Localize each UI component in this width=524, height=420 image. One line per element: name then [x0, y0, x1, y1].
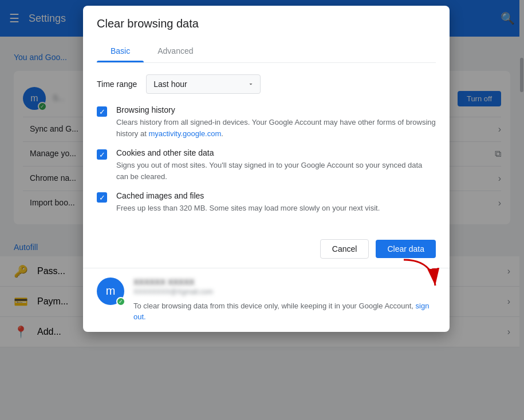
cancel-button[interactable]: Cancel: [320, 239, 369, 259]
clear-data-button[interactable]: Clear data: [376, 240, 436, 258]
browsing-history-item: ✓ Browsing history Clears history from a…: [97, 105, 436, 139]
browsing-history-checkbox[interactable]: ✓: [97, 106, 107, 117]
cookies-title: Cookies and other site data: [116, 148, 436, 157]
sign-out-text: To clear browsing data from this device …: [133, 300, 436, 323]
cookies-checkbox[interactable]: ✓: [97, 149, 107, 160]
clear-browsing-data-modal: Clear browsing data Basic Advanced Time …: [83, 6, 450, 332]
browsing-history-title: Browsing history: [116, 105, 436, 114]
browsing-history-content: Browsing history Clears history from all…: [116, 105, 436, 139]
time-range-select[interactable]: Last hour Last 24 hours Last 7 days Last…: [146, 74, 261, 94]
cached-images-desc: Frees up less than 320 MB. Some sites ma…: [116, 203, 380, 214]
tab-advanced[interactable]: Advanced: [144, 39, 207, 62]
profile-display-name: XXXXXX XXXXX: [133, 278, 436, 287]
modal-header: Clear browsing data Basic Advanced: [83, 6, 450, 63]
modal-profile-section: m ✓ XXXXXX XXXXX XXXXXXXX@Xgmail.com To …: [83, 268, 450, 332]
cookies-desc: Signs you out of most sites. You'll stay…: [116, 160, 436, 182]
myactivity-link[interactable]: myactivity.google.com: [148, 129, 221, 138]
modal-avatar: m ✓: [97, 278, 124, 305]
cookies-item: ✓ Cookies and other site data Signs you …: [97, 148, 436, 182]
modal-profile-info: XXXXXX XXXXX XXXXXXXX@Xgmail.com To clea…: [133, 278, 436, 323]
cached-images-content: Cached images and files Frees up less th…: [116, 191, 380, 214]
modal-tabs: Basic Advanced: [97, 39, 436, 63]
profile-email: XXXXXXXX@Xgmail.com: [133, 288, 436, 296]
modal-sync-badge: ✓: [116, 297, 125, 306]
cookies-content: Cookies and other site data Signs you ou…: [116, 148, 436, 182]
tab-basic[interactable]: Basic: [97, 39, 144, 62]
cached-images-checkbox[interactable]: ✓: [97, 192, 107, 203]
cached-images-title: Cached images and files: [116, 191, 380, 200]
cached-images-item: ✓ Cached images and files Frees up less …: [97, 191, 436, 214]
browsing-history-desc: Clears history from all signed-in device…: [116, 117, 436, 139]
modal-body: Time range Last hour Last 24 hours Last …: [83, 63, 450, 235]
modal-footer: Cancel Clear data: [83, 235, 450, 268]
time-range-row: Time range Last hour Last 24 hours Last …: [97, 74, 436, 94]
time-range-label: Time range: [97, 80, 137, 89]
modal-title: Clear browsing data: [97, 17, 436, 30]
